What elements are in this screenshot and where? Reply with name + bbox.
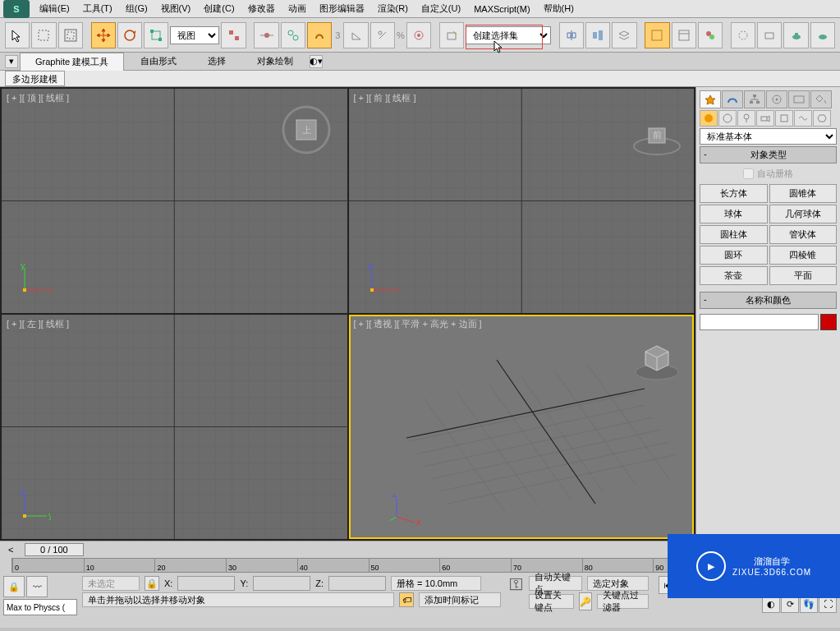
create-tab-icon[interactable] — [700, 90, 721, 108]
tab-graphite[interactable]: Graphite 建模工具 — [20, 53, 124, 71]
geometry-subtab-icon[interactable] — [700, 110, 718, 127]
svg-line-66 — [456, 390, 538, 505]
menu-graph[interactable]: 图形编辑器 — [313, 0, 371, 17]
geosphere-button[interactable]: 几何球体 — [769, 205, 838, 223]
svg-rect-8 — [235, 36, 239, 40]
objtype-rollout[interactable]: -对象类型 — [700, 146, 837, 164]
setkey-button[interactable]: 设置关键点 — [529, 594, 574, 609]
time-slider-handle[interactable]: 0 / 100 — [25, 543, 84, 556]
plane-button[interactable]: 平面 — [769, 266, 838, 285]
select-object-icon[interactable] — [5, 22, 30, 48]
systems-subtab-icon[interactable] — [813, 110, 831, 127]
viewcube-top[interactable]: 上 — [282, 105, 331, 154]
modify-tab-icon[interactable] — [722, 90, 743, 108]
add-time-tag[interactable]: 添加时间标记 — [419, 592, 501, 607]
viewport-left[interactable]: [ + ][ 左 ][ 线框 ] yz — [2, 315, 347, 539]
tube-button[interactable]: 管状体 — [769, 225, 838, 244]
curve-editor-icon[interactable] — [645, 22, 669, 48]
menu-render[interactable]: 渲染(R) — [371, 0, 415, 17]
select-manipulate-icon[interactable] — [254, 22, 278, 48]
time-tag-icon[interactable]: 🏷 — [399, 592, 414, 607]
menu-group[interactable]: 组(G) — [119, 0, 154, 17]
display-tab-icon[interactable] — [788, 90, 810, 108]
lock-selection-icon[interactable]: 🔒 — [145, 576, 159, 591]
align-icon[interactable] — [585, 22, 610, 48]
viewport-top[interactable]: [ + ][ 顶 ][ 线框 ] 上 xy — [2, 89, 347, 313]
move-tool-icon[interactable] — [91, 22, 116, 48]
tab-selection[interactable]: 选择 — [193, 53, 241, 70]
menu-customize[interactable]: 自定义(U) — [415, 0, 467, 17]
menu-modifiers[interactable]: 修改器 — [241, 0, 282, 17]
shapes-subtab-icon[interactable] — [718, 110, 737, 127]
pivot-center-icon[interactable] — [221, 22, 246, 48]
rotate-tool-icon[interactable] — [117, 22, 142, 48]
sphere-button[interactable]: 球体 — [700, 205, 768, 223]
cylinder-button[interactable]: 圆柱体 — [700, 225, 768, 244]
teapot-button[interactable]: 茶壶 — [700, 266, 768, 285]
helpers-subtab-icon[interactable] — [775, 110, 793, 127]
reference-coord-dropdown[interactable]: 视图 — [170, 26, 219, 44]
snap-toggle-icon[interactable] — [307, 22, 332, 48]
object-color-swatch[interactable] — [820, 314, 837, 330]
torus-button[interactable]: 圆环 — [700, 246, 768, 265]
namecolor-rollout[interactable]: -名称和颜色 — [700, 292, 837, 309]
maxscript-listener[interactable] — [3, 599, 77, 615]
lights-subtab-icon[interactable] — [737, 110, 755, 127]
select-region-icon[interactable] — [31, 22, 56, 48]
mirror-icon[interactable] — [559, 22, 584, 48]
box-button[interactable]: 长方体 — [700, 184, 768, 203]
category-dropdown[interactable]: 标准基本体 — [700, 128, 837, 145]
menu-animation[interactable]: 动画 — [282, 0, 313, 17]
teapot-quick-icon[interactable] — [810, 22, 835, 48]
schematic-view-icon[interactable] — [672, 22, 696, 48]
setkey-key-icon[interactable]: 🔑 — [579, 592, 593, 610]
keyfilter-button[interactable]: 关键点过滤器 — [597, 594, 649, 609]
grid-display: 册格 = 10.0mm — [391, 576, 481, 591]
keyboard-shortcut-icon[interactable] — [281, 22, 305, 48]
layers-icon[interactable] — [612, 22, 636, 48]
viewcube-persp[interactable] — [632, 335, 682, 385]
ribbon-dd-icon[interactable]: ◐▾ — [310, 55, 323, 68]
teapot-render-icon[interactable] — [783, 22, 808, 48]
time-ruler[interactable]: 0 10 20 30 40 50 60 70 80 90 100 — [11, 558, 741, 573]
svg-line-76 — [390, 517, 397, 525]
mini-curve-icon[interactable]: 〰 — [26, 576, 48, 597]
material-editor-icon[interactable] — [698, 22, 723, 48]
menu-maxscript[interactable]: MAXScript(M) — [467, 2, 536, 16]
coord-x-input[interactable] — [177, 576, 235, 591]
motion-tab-icon[interactable] — [766, 90, 787, 108]
coord-z-input[interactable] — [328, 576, 386, 591]
scale-tool-icon[interactable] — [144, 22, 168, 48]
edit-selection-set-icon[interactable] — [439, 22, 464, 48]
pyramid-button[interactable]: 四棱锥 — [769, 246, 838, 265]
tab-freeform[interactable]: 自由形式 — [126, 53, 191, 70]
render-setup-icon[interactable] — [731, 22, 755, 48]
menu-create[interactable]: 创建(C) — [197, 0, 241, 17]
subtab-polymodel[interactable]: 多边形建模 — [5, 71, 65, 86]
hierarchy-tab-icon[interactable] — [744, 90, 765, 108]
viewport-front[interactable]: [ + ][ 前 ][ 线框 ] 前 xz — [349, 89, 695, 313]
percent-snap-icon[interactable] — [370, 22, 395, 48]
select-window-icon[interactable] — [58, 22, 83, 48]
menu-tools[interactable]: 工具(T) — [76, 0, 119, 17]
spinner-snap-icon[interactable] — [406, 22, 431, 48]
cameras-subtab-icon[interactable] — [756, 110, 774, 127]
autogrid-check[interactable]: 自动册格 — [700, 165, 837, 182]
menu-edit[interactable]: 编辑(E) — [33, 0, 76, 17]
cone-button[interactable]: 圆锥体 — [769, 184, 838, 203]
mini-lock-icon[interactable]: 🔒 — [3, 576, 25, 597]
utilities-tab-icon[interactable] — [810, 90, 832, 108]
object-name-input[interactable] — [700, 314, 819, 330]
ribbon-toggle-icon[interactable]: ▾ — [5, 55, 18, 68]
app-icon[interactable]: S — [3, 0, 30, 18]
viewcube-front[interactable]: 前 — [632, 113, 682, 163]
selection-set-dropdown[interactable]: 创建选择集 — [466, 26, 551, 44]
menu-help[interactable]: 帮助(H) — [537, 0, 581, 17]
spacewarps-subtab-icon[interactable] — [794, 110, 812, 127]
render-frame-icon[interactable] — [757, 22, 782, 48]
tab-objpaint[interactable]: 对象绘制 — [242, 53, 308, 70]
angle-snap-icon[interactable] — [343, 22, 368, 48]
coord-y-input[interactable] — [253, 576, 310, 591]
menu-views[interactable]: 视图(V) — [154, 0, 198, 17]
viewport-perspective[interactable]: [ + ][ 透视 ][ 平滑 + 高光 + 边面 ] xyz — [349, 315, 695, 539]
